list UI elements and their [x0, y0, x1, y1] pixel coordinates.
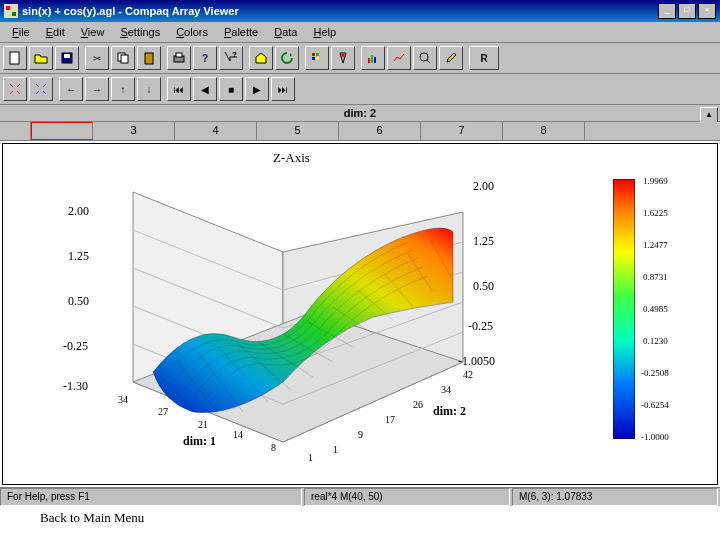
print-button[interactable] — [167, 46, 191, 70]
x-tick: 14 — [233, 429, 243, 440]
column-headers: 3 4 5 6 7 8 — [0, 122, 720, 141]
nav-down-button[interactable]: ↓ — [137, 77, 161, 101]
y-tick: 34 — [441, 384, 451, 395]
cb-tick: -0.2508 — [641, 368, 669, 378]
menu-file[interactable]: File — [4, 24, 38, 40]
svg-rect-1 — [6, 6, 10, 10]
x-tick: 8 — [271, 442, 276, 453]
cut-button[interactable]: ✂ — [85, 46, 109, 70]
new-button[interactable] — [3, 46, 27, 70]
z-tick: 1.25 — [68, 249, 89, 264]
svg-text:?: ? — [232, 51, 237, 59]
y-tick: 17 — [385, 414, 395, 425]
toolbar-2: ← → ↑ ↓ ⏮ ◀ ■ ▶ ⏭ — [0, 74, 720, 105]
x-tick: 21 — [198, 419, 208, 430]
open-button[interactable] — [29, 46, 53, 70]
nav-left-button[interactable]: ← — [59, 77, 83, 101]
z-tick: 2.00 — [473, 179, 494, 194]
menu-settings[interactable]: Settings — [112, 24, 168, 40]
chart-line-button[interactable] — [387, 46, 411, 70]
colorbar — [613, 179, 635, 439]
cb-tick: -1.0000 — [641, 432, 669, 442]
maximize-button[interactable]: □ — [678, 3, 696, 19]
app-icon — [4, 4, 18, 18]
svg-rect-5 — [64, 54, 70, 58]
y-tick: 26 — [413, 399, 423, 410]
z-tick: 1.25 — [473, 234, 494, 249]
context-help-button[interactable]: ? — [219, 46, 243, 70]
svg-rect-15 — [316, 57, 319, 60]
z-tick: -0.25 — [63, 339, 88, 354]
prev-button[interactable]: ◀ — [193, 77, 217, 101]
x-tick: 27 — [158, 406, 168, 417]
svg-rect-13 — [316, 53, 319, 56]
col-header[interactable]: 5 — [257, 122, 339, 140]
menu-edit[interactable]: Edit — [38, 24, 73, 40]
menu-colors[interactable]: Colors — [168, 24, 216, 40]
cb-tick: 1.6225 — [643, 208, 668, 218]
svg-point-19 — [420, 53, 428, 61]
help-button[interactable]: ? — [193, 46, 217, 70]
col-header[interactable]: 6 — [339, 122, 421, 140]
timer-button[interactable] — [331, 46, 355, 70]
y-tick: 42 — [463, 369, 473, 380]
copy-button[interactable] — [111, 46, 135, 70]
col-header[interactable]: 7 — [421, 122, 503, 140]
save-button[interactable] — [55, 46, 79, 70]
paste-button[interactable] — [137, 46, 161, 70]
dim-header: dim: 2 — [0, 105, 720, 122]
z-tick: -1.0050 — [458, 354, 495, 369]
svg-rect-12 — [312, 53, 315, 56]
cb-tick: 0.1230 — [643, 336, 668, 346]
minimize-button[interactable]: _ — [658, 3, 676, 19]
svg-rect-10 — [176, 53, 182, 57]
svg-rect-2 — [12, 12, 16, 16]
toolbar-1: ✂ ? ? R — [0, 43, 720, 74]
y-tick: 1 — [333, 444, 338, 455]
nav-right-button[interactable]: → — [85, 77, 109, 101]
r-button[interactable]: R — [469, 46, 499, 70]
y-label: dim: 2 — [433, 404, 466, 419]
z-tick: -0.25 — [468, 319, 493, 334]
svg-rect-8 — [145, 53, 153, 64]
grid-button[interactable] — [305, 46, 329, 70]
first-button[interactable]: ⏮ — [167, 77, 191, 101]
x-tick: 1 — [308, 452, 313, 463]
zoom-in-button[interactable] — [413, 46, 437, 70]
x-label: dim: 1 — [183, 434, 216, 449]
next-button[interactable]: ▶ — [245, 77, 269, 101]
col-header[interactable]: 4 — [175, 122, 257, 140]
nav-up-button[interactable]: ↑ — [111, 77, 135, 101]
z-tick: 2.00 — [68, 204, 89, 219]
stop-button[interactable]: ■ — [219, 77, 243, 101]
chart-3d-surface[interactable]: Z-Axis — [2, 143, 718, 485]
z-tick: -1.30 — [63, 379, 88, 394]
cb-tick: 0.4985 — [643, 304, 668, 314]
col-header[interactable]: 3 — [93, 122, 175, 140]
collapse-button[interactable] — [29, 77, 53, 101]
close-button[interactable]: × — [698, 3, 716, 19]
svg-rect-14 — [312, 57, 315, 60]
menu-palette[interactable]: Palette — [216, 24, 266, 40]
status-type: real*4 M(40, 50) — [304, 488, 510, 506]
last-button[interactable]: ⏭ — [271, 77, 295, 101]
home-button[interactable] — [249, 46, 273, 70]
expand-button[interactable] — [3, 77, 27, 101]
back-link[interactable]: Back to Main Menu — [0, 506, 720, 530]
menu-view[interactable]: View — [73, 24, 113, 40]
svg-rect-29 — [613, 179, 635, 439]
cb-tick: 1.9969 — [643, 176, 668, 186]
col-header[interactable]: 8 — [503, 122, 585, 140]
edit-button[interactable] — [439, 46, 463, 70]
menu-data[interactable]: Data — [266, 24, 305, 40]
svg-rect-7 — [121, 55, 128, 63]
status-cursor: M(6, 3): 1.07833 — [512, 488, 718, 506]
z-tick: 0.50 — [473, 279, 494, 294]
chart-bar-button[interactable] — [361, 46, 385, 70]
z-tick: 0.50 — [68, 294, 89, 309]
menubar: File Edit View Settings Colors Palette D… — [0, 22, 720, 43]
status-bar: For Help, press F1 real*4 M(40, 50) M(6,… — [0, 487, 720, 506]
menu-help[interactable]: Help — [305, 24, 344, 40]
refresh-button[interactable] — [275, 46, 299, 70]
cb-tick: 0.8731 — [643, 272, 668, 282]
